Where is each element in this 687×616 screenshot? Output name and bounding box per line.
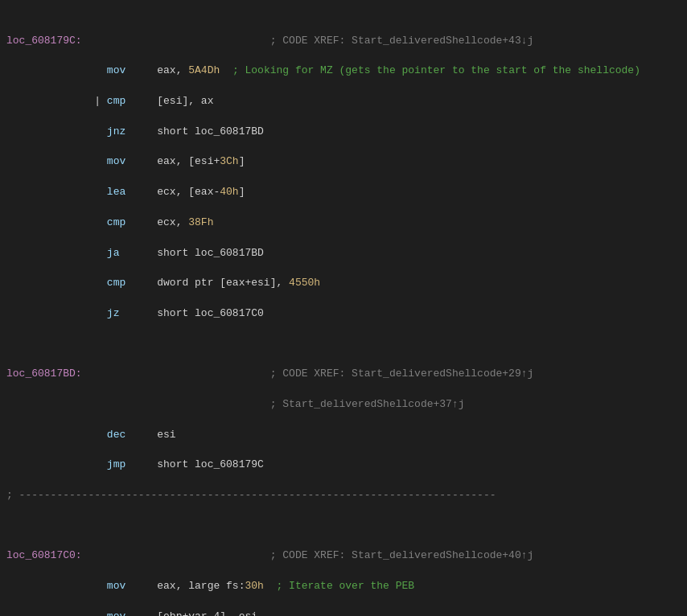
instruction-line: mov eax, large fs:30h ; Iterate over the… <box>6 579 681 594</box>
label-line: loc_608179C: ; CODE XREF: Start_delivere… <box>6 34 681 49</box>
instruction-line: dec esi <box>6 428 681 443</box>
label-line: loc_60817C0: ; CODE XREF: Start_delivere… <box>6 548 681 564</box>
separator-line: ; --------------------------------------… <box>6 488 681 503</box>
instruction-line: cmp ecx, 38Fh <box>6 216 681 231</box>
code-line <box>6 519 681 534</box>
instruction-line: mov eax, [esi+3Ch] <box>6 154 681 170</box>
instruction-line: jz short loc_60817C0 <box>6 306 681 322</box>
instruction-line: jnz short loc_60817BD <box>6 125 681 140</box>
instruction-line: mov [ebp+var_4], esi <box>6 610 681 616</box>
instruction-line: lea ecx, [eax-40h] <box>6 185 681 200</box>
instruction-line: jmp short loc_608179C <box>6 458 681 473</box>
instruction-line: ja short loc_60817BD <box>6 246 681 261</box>
code-line <box>6 337 681 352</box>
instruction-line: cmp dword ptr [eax+esi], 4550h <box>6 276 681 291</box>
disassembly-view: loc_608179C: ; CODE XREF: Start_delivere… <box>0 3 687 616</box>
instruction-line: | cmp [esi], ax <box>6 94 681 109</box>
xref-continuation: ; Start_deliveredShellcode+37↑j <box>6 397 681 413</box>
instruction-line: mov eax, 5A4Dh ; Looking for MZ (gets th… <box>6 64 681 79</box>
label-line: loc_60817BD: ; CODE XREF: Start_delivere… <box>6 367 681 382</box>
